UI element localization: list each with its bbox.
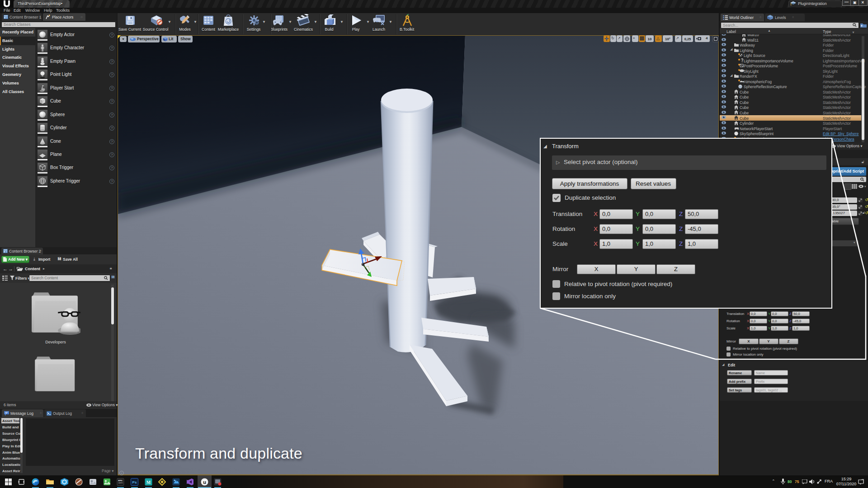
svg-text:GAMES: GAMES: [118, 482, 123, 484]
svg-text:u: u: [203, 479, 206, 485]
svg-text:Ps: Ps: [132, 480, 137, 484]
svg-text:EPIC: EPIC: [118, 479, 123, 482]
svg-text:M: M: [146, 480, 151, 485]
